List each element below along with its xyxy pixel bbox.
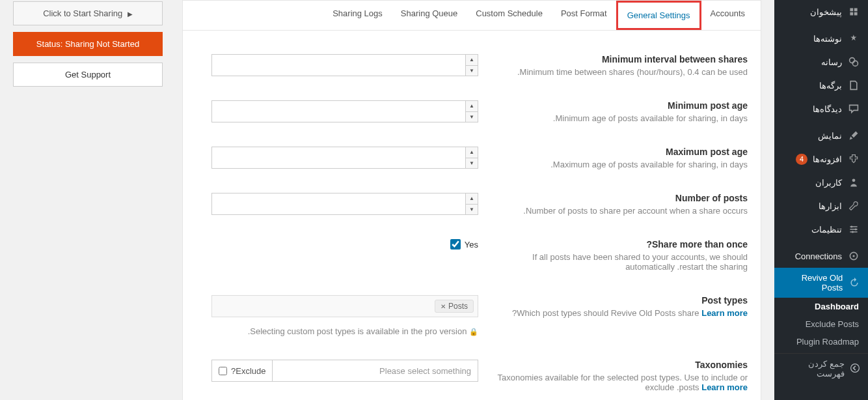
- collapse-menu[interactable]: جمع کردن فهرست: [774, 353, 868, 384]
- collapse-label: جمع کردن فهرست: [782, 359, 845, 379]
- menu-label: برگه‌ها: [819, 81, 842, 91]
- spinner-down[interactable]: ▼: [466, 158, 478, 169]
- menu-comments[interactable]: دیدگاه‌ها: [774, 97, 868, 121]
- row-min-age: ▲▼ Minimum post age .Minimum age of post…: [196, 89, 748, 135]
- menu-connections[interactable]: Connections: [774, 244, 868, 268]
- menu-plugins[interactable]: افزونه‌ها 4: [774, 147, 868, 171]
- menu-label: Revive Old Posts: [782, 273, 843, 293]
- settings-panel: Sharing Logs Sharing Queue Custom Schedu…: [182, 0, 761, 400]
- svg-point-2: [852, 179, 856, 182]
- post-type-chip: ✕Posts: [435, 300, 474, 313]
- svg-point-7: [852, 255, 854, 257]
- tab-post-format[interactable]: Post Format: [552, 1, 616, 30]
- learn-more-link[interactable]: Learn more: [701, 308, 748, 318]
- page-icon: [847, 79, 860, 92]
- min-age-input[interactable]: [211, 100, 465, 122]
- menu-dashboard[interactable]: پیشخوان: [774, 0, 868, 23]
- spinner-down[interactable]: ▼: [466, 112, 478, 122]
- collapse-icon: [850, 363, 860, 375]
- menu-label: دیدگاه‌ها: [813, 104, 842, 114]
- spinner-down[interactable]: ▼: [466, 66, 478, 76]
- spinner: ▲ ▼: [465, 54, 478, 76]
- row-max-age: ▲▼ Maximum post age .Maximum age of post…: [196, 135, 748, 181]
- tabs-bar: Sharing Logs Sharing Queue Custom Schedu…: [183, 1, 761, 31]
- update-badge: 4: [796, 154, 807, 165]
- svg-point-3: [850, 225, 852, 227]
- tab-sharing-logs[interactable]: Sharing Logs: [323, 1, 392, 30]
- exclude-checkbox-wrap: ?Exclude: [211, 360, 272, 382]
- menu-users[interactable]: کاربران: [774, 171, 868, 194]
- field-title: Minimum post age: [494, 100, 748, 111]
- field-desc: ?Which post types should Revive Old Post…: [494, 308, 748, 318]
- status-banner: Status: Sharing Not Started: [13, 32, 163, 56]
- submenu-exclude-posts[interactable]: Exclude Posts: [774, 315, 868, 333]
- num-posts-input[interactable]: [211, 193, 465, 215]
- tab-custom-schedule[interactable]: Custom Schedule: [467, 1, 552, 30]
- menu-label: افزونه‌ها: [813, 154, 842, 164]
- svg-point-1: [852, 61, 858, 66]
- field-desc: .Number of posts to share per account wh…: [494, 206, 748, 216]
- svg-point-0: [850, 58, 855, 63]
- taxonomies-select[interactable]: Please select something: [272, 360, 478, 382]
- menu-settings[interactable]: تنظیمات: [774, 218, 868, 241]
- spinner-up[interactable]: ▲: [466, 193, 478, 205]
- menu-label: نوشته‌ها: [813, 34, 842, 44]
- menu-label: ابزارها: [819, 201, 842, 211]
- field-title: ?Share more than once: [494, 239, 748, 250]
- svg-point-5: [852, 231, 854, 233]
- tab-sharing-queue[interactable]: Sharing Queue: [392, 1, 467, 30]
- min-interval-input[interactable]: [211, 54, 465, 76]
- row-min-interval: ▲ ▼ Minimum interval between shares .Min…: [196, 42, 748, 89]
- menu-appearance[interactable]: نمایش: [774, 124, 868, 147]
- tab-general-settings[interactable]: General Settings: [616, 1, 701, 30]
- menu-revive-old-posts[interactable]: Revive Old Posts: [774, 268, 868, 298]
- menu-media[interactable]: رسانه: [774, 50, 868, 74]
- row-post-types: ✕Posts .Selecting custom post types is a…: [196, 283, 748, 348]
- field-title: Post types: [494, 295, 748, 306]
- sliders-icon: [847, 223, 860, 236]
- menu-pages[interactable]: برگه‌ها: [774, 74, 868, 97]
- learn-more-link[interactable]: Learn more: [701, 382, 748, 392]
- media-icon: [847, 55, 860, 68]
- connections-icon: [847, 250, 860, 263]
- brush-icon: [847, 129, 860, 142]
- post-types-select[interactable]: ✕Posts: [211, 295, 478, 317]
- get-support-button[interactable]: Get Support: [13, 63, 163, 87]
- spinner-up[interactable]: ▲: [466, 101, 478, 112]
- spinner-up[interactable]: ▲: [466, 55, 478, 66]
- pin-icon: [847, 32, 860, 45]
- pro-note: .Selecting custom post types is availabl…: [211, 326, 478, 336]
- max-age-input[interactable]: [211, 147, 465, 169]
- users-icon: [847, 176, 860, 189]
- remove-icon[interactable]: ✕: [441, 303, 446, 310]
- menu-label: Connections: [795, 251, 842, 261]
- field-desc: Taxonomies available for the selected po…: [494, 373, 748, 392]
- menu-label: رسانه: [821, 57, 842, 67]
- menu-label: کاربران: [815, 178, 842, 188]
- start-sharing-button[interactable]: Click to Start Sharing: [13, 1, 163, 25]
- action-sidebar: Click to Start Sharing Status: Sharing N…: [13, 0, 163, 400]
- share-more-checkbox[interactable]: [450, 239, 461, 250]
- field-title: Taxonomies: [494, 360, 748, 370]
- svg-point-4: [855, 228, 857, 230]
- field-desc: If all posts have been shared to your ac…: [494, 252, 748, 272]
- field-title: Maximum post age: [494, 147, 748, 157]
- menu-posts[interactable]: نوشته‌ها: [774, 27, 868, 50]
- comment-icon: [847, 102, 860, 115]
- refresh-icon: [848, 276, 860, 289]
- exclude-label: ?Exclude: [231, 366, 265, 376]
- spinner-up[interactable]: ▲: [466, 147, 478, 158]
- field-desc: .Minimum time between shares (hour/hours…: [494, 67, 748, 77]
- spinner-down[interactable]: ▼: [466, 205, 478, 215]
- menu-tools[interactable]: ابزارها: [774, 194, 868, 218]
- submenu-plugin-roadmap[interactable]: Plugin Roadmap: [774, 333, 868, 350]
- svg-point-8: [851, 364, 860, 372]
- dashboard-icon: [847, 5, 860, 18]
- row-share-more: Yes ?Share more than once If all posts h…: [196, 227, 748, 283]
- lock-icon: 🔒: [469, 328, 478, 336]
- checkbox-label: Yes: [465, 240, 478, 250]
- play-icon: [125, 8, 133, 18]
- submenu-dashboard[interactable]: Dashboard: [774, 298, 868, 315]
- tab-accounts[interactable]: Accounts: [701, 1, 754, 30]
- exclude-checkbox[interactable]: [219, 367, 227, 375]
